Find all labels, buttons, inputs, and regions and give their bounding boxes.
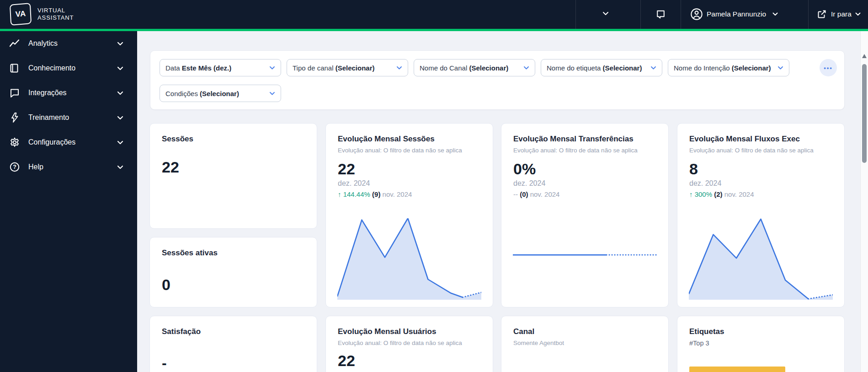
- lightning-icon: [9, 112, 20, 123]
- question-circle-icon: ?: [9, 162, 20, 173]
- card-title: Evolução Mensal Transferências: [513, 135, 656, 144]
- more-options-button[interactable]: •••: [820, 59, 837, 76]
- filter-channel-type[interactable]: Tipo de canal (Selecionar): [287, 59, 408, 76]
- user-name: Pamela Pannunzio: [707, 10, 766, 18]
- filter-date[interactable]: Data Este Mês (dez.): [160, 59, 281, 76]
- logo-text: VA: [15, 9, 26, 19]
- card-subtitle: Somente Agentbot: [513, 340, 656, 346]
- card-canal: Canal Somente Agentbot: [501, 316, 669, 372]
- header-dropdown-button[interactable]: [602, 11, 609, 16]
- sidebar-item-analytics[interactable]: Analytics: [0, 31, 137, 56]
- filter-conditions[interactable]: Condições (Selecionar): [160, 85, 281, 102]
- card-period: dez. 2024: [338, 179, 481, 188]
- comment-icon: [655, 9, 666, 20]
- card-subtitle: Evolução anual: O filtro de data não se …: [513, 147, 656, 154]
- chevron-down-icon: [777, 66, 783, 70]
- card-title: Canal: [513, 327, 656, 336]
- top-bar: VA VIRTUAL ASSISTANT Pamela Pannunzio Ir…: [0, 0, 868, 29]
- top-tag-bar: [689, 367, 785, 372]
- card-etiquetas: Etiquetas #Top 3: [677, 316, 845, 372]
- chevron-down-icon: [117, 116, 123, 120]
- card-delta: -- (0) nov. 2024: [513, 190, 656, 198]
- chevron-down-icon: [772, 12, 778, 16]
- card-title: Satisfação: [162, 327, 305, 336]
- header-divider: [681, 0, 681, 29]
- sidebar-item-help[interactable]: ? Help: [0, 155, 137, 179]
- card-evolucao-mensal-fluxos: Evolução Mensal Fluxos Exec Evolução anu…: [677, 123, 845, 307]
- chevron-down-icon: [269, 66, 275, 70]
- arrow-up-icon: ↑: [338, 190, 341, 198]
- chevron-down-icon: [602, 11, 609, 16]
- sessions-trend-chart: [337, 218, 481, 300]
- card-sessoes: Sessões 22: [149, 123, 317, 229]
- scrollbar-thumb[interactable]: [862, 64, 867, 163]
- chevron-down-icon: [117, 66, 123, 70]
- card-title: Evolução Mensal Sessões: [338, 135, 481, 144]
- card-delta: ↑ 144.44% (9) nov. 2024: [338, 190, 481, 198]
- go-to-label: Ir para: [831, 10, 852, 18]
- sidebar-item-integracoes[interactable]: Integrações: [0, 81, 137, 105]
- chevron-down-icon: [650, 66, 656, 70]
- sidebar: Analytics Conhecimento Integrações Trein…: [0, 31, 137, 372]
- arrow-up-icon: ↑: [689, 190, 693, 198]
- user-menu[interactable]: Pamela Pannunzio: [690, 8, 778, 21]
- card-satisfacao: Satisfação -: [149, 316, 317, 372]
- main-content: Data Este Mês (dez.) Tipo de canal (Sele…: [137, 31, 860, 372]
- card-title: Evolução Mensal Usuários: [338, 327, 481, 336]
- filter-tag-name[interactable]: Nome do etiqueta (Selecionar): [541, 59, 662, 76]
- card-subtitle: Evolução anual: O filtro de data não se …: [689, 147, 832, 154]
- external-link-icon: [816, 9, 827, 20]
- chevron-down-icon: [117, 91, 123, 95]
- card-value: 0: [162, 276, 305, 294]
- filter-intent-name[interactable]: Nome do Intenção (Selecionar): [668, 59, 789, 76]
- card-value: -: [162, 355, 305, 372]
- scroll-up-arrow-icon[interactable]: [862, 54, 867, 58]
- chevron-down-icon: [117, 140, 123, 145]
- sidebar-item-conhecimento[interactable]: Conhecimento: [0, 56, 137, 81]
- card-value: 0%: [513, 160, 656, 178]
- transfers-trend-chart: [513, 218, 657, 300]
- card-title: Etiquetas: [689, 327, 832, 336]
- chevron-down-icon: [855, 12, 861, 16]
- card-value: 22: [338, 352, 481, 370]
- card-sessoes-ativas: Sessões ativas 0: [149, 237, 317, 307]
- header-divider: [575, 0, 576, 29]
- messages-button[interactable]: [655, 9, 666, 20]
- filter-channel-name[interactable]: Nome do Canal (Selecionar): [414, 59, 535, 76]
- sidebar-item-treinamento[interactable]: Treinamento: [0, 105, 137, 130]
- card-subtitle: Evolução anual: O filtro de data não se …: [338, 147, 481, 154]
- svg-text:?: ?: [13, 164, 16, 170]
- card-evolucao-mensal-sessoes: Evolução Mensal Sessões Evolução anual: …: [325, 123, 493, 307]
- book-icon: [9, 63, 20, 74]
- chevron-down-icon: [396, 66, 402, 70]
- go-to-menu[interactable]: Ir para: [816, 9, 861, 20]
- card-value: 22: [162, 158, 305, 176]
- chevron-down-icon: [269, 92, 275, 96]
- card-period: dez. 2024: [689, 179, 832, 188]
- card-evolucao-mensal-usuarios: Evolução Mensal Usuários Evolução anual:…: [325, 316, 493, 372]
- filters-panel: Data Este Mês (dez.) Tipo de canal (Sele…: [150, 50, 845, 110]
- user-circle-icon: [690, 8, 703, 21]
- header-divider: [640, 0, 641, 29]
- card-title: Sessões: [162, 135, 305, 144]
- header-divider: [808, 0, 809, 29]
- chat-bubble-icon: [9, 87, 20, 98]
- line-chart-icon: [9, 38, 20, 49]
- card-period: dez. 2024: [513, 179, 656, 188]
- card-title: Sessões ativas: [162, 248, 305, 258]
- card-title: Evolução Mensal Fluxos Exec: [689, 135, 832, 144]
- brand-name: VIRTUAL ASSISTANT: [37, 7, 74, 22]
- chevron-down-icon: [117, 165, 123, 169]
- chevron-down-icon: [523, 66, 529, 70]
- ellipsis-icon: •••: [824, 65, 833, 71]
- card-value: 22: [338, 160, 481, 178]
- app-logo: VA: [10, 3, 32, 26]
- gear-icon: [9, 137, 20, 148]
- vertical-scrollbar[interactable]: [860, 31, 868, 372]
- sidebar-item-configuracoes[interactable]: Configurações: [0, 130, 137, 155]
- card-value: 8: [689, 160, 832, 178]
- card-subtitle: #Top 3: [689, 340, 832, 347]
- flows-trend-chart: [689, 218, 833, 300]
- card-evolucao-mensal-transferencias: Evolução Mensal Transferências Evolução …: [501, 123, 669, 307]
- chevron-down-icon: [117, 42, 123, 46]
